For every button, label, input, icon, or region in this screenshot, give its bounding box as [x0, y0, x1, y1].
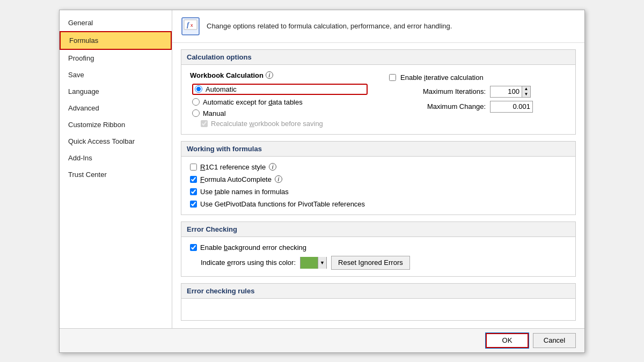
- spin-down[interactable]: ▼: [522, 92, 530, 97]
- error-checking-section: Error Checking Enable background error c…: [181, 221, 576, 277]
- svg-text:x: x: [191, 23, 193, 28]
- radio-auto-except-label[interactable]: Automatic except for data tables: [192, 98, 368, 106]
- max-iterations-input-group: ▲ ▼: [490, 86, 567, 98]
- spin-up[interactable]: ▲: [522, 86, 530, 92]
- sidebar-item-formulas[interactable]: Formulas: [60, 31, 172, 50]
- formula-autocomplete-checkbox[interactable]: [190, 176, 197, 183]
- color-picker-button[interactable]: ▼: [300, 257, 327, 269]
- content-area[interactable]: Calculation options Workbook Calculation…: [172, 43, 584, 328]
- sidebar: General Formulas Proofing Save Language …: [60, 10, 172, 328]
- formula-icon: f x: [181, 17, 200, 36]
- main-header: f x Change options related to formula ca…: [172, 10, 584, 43]
- enable-bg-label[interactable]: Enable background error checking: [190, 243, 306, 252]
- error-checking-title: Error Checking: [181, 222, 575, 237]
- calc-right: Enable iterative calculation Maximum Ite…: [389, 71, 567, 113]
- calculation-options-body: Workbook Calculation i Automatic: [181, 65, 575, 134]
- getpivotdata-label[interactable]: Use GetPivotData functions for PivotTabl…: [190, 200, 567, 208]
- sidebar-item-language[interactable]: Language: [60, 83, 172, 100]
- max-iterations-label: Maximum Iterations:: [389, 87, 486, 95]
- sidebar-item-save[interactable]: Save: [60, 67, 172, 83]
- excel-options-dialog: General Formulas Proofing Save Language …: [59, 10, 585, 353]
- radio-auto-except[interactable]: [192, 98, 200, 106]
- max-iterations-spinner[interactable]: ▲ ▼: [522, 86, 531, 98]
- max-change-input[interactable]: [490, 101, 533, 113]
- radio-automatic-label[interactable]: Automatic: [192, 84, 368, 95]
- working-with-formulas-title: Working with formulas: [181, 142, 575, 157]
- iterative-row: Enable iterative calculation: [389, 73, 567, 82]
- r1c1-info-icon[interactable]: i: [269, 163, 276, 171]
- formulas-checkbox-list: R1C1 reference style i Formula AutoCompl…: [190, 163, 567, 208]
- calculation-options-title: Calculation options: [181, 50, 575, 65]
- color-dropdown-arrow[interactable]: ▼: [318, 257, 326, 269]
- error-checking-rules-title: Error checking rules: [181, 284, 575, 299]
- ok-button[interactable]: OK: [486, 333, 529, 348]
- error-checking-rules-body: [181, 299, 575, 320]
- autocomplete-info-icon[interactable]: i: [275, 175, 282, 183]
- color-swatch: [301, 257, 318, 269]
- working-with-formulas-body: R1C1 reference style i Formula AutoCompl…: [181, 157, 575, 215]
- r1c1-checkbox[interactable]: [190, 164, 197, 171]
- radio-automatic[interactable]: [195, 85, 202, 93]
- workbook-calc-info-icon[interactable]: i: [266, 71, 273, 79]
- error-checking-rules-section: Error checking rules: [181, 283, 576, 321]
- radio-group: Automatic Automatic except for data tabl…: [192, 84, 368, 117]
- table-names-checkbox[interactable]: [190, 188, 197, 195]
- dialog-body: General Formulas Proofing Save Language …: [60, 10, 584, 328]
- sidebar-item-proofing[interactable]: Proofing: [60, 50, 172, 67]
- radio-manual[interactable]: [192, 109, 200, 117]
- cancel-button[interactable]: Cancel: [533, 333, 576, 348]
- header-description: Change options related to formula calcul…: [207, 22, 452, 30]
- enable-bg-row: Enable background error checking: [190, 243, 567, 252]
- calculation-options-section: Calculation options Workbook Calculation…: [181, 49, 576, 135]
- getpivotdata-checkbox[interactable]: [190, 201, 197, 208]
- sidebar-item-general[interactable]: General: [60, 14, 172, 31]
- recalc-checkbox[interactable]: [201, 120, 208, 127]
- enable-iterative-checkbox[interactable]: [389, 74, 396, 81]
- sidebar-item-customize-ribbon[interactable]: Customize Ribbon: [60, 116, 172, 133]
- sidebar-item-add-ins[interactable]: Add-Ins: [60, 150, 172, 166]
- enable-bg-checkbox[interactable]: [190, 244, 197, 251]
- indicate-errors-row: Indicate errors using this color: ▼ Rese…: [190, 256, 567, 270]
- sidebar-item-quick-access[interactable]: Quick Access Toolbar: [60, 133, 172, 150]
- iterations-grid: Maximum Iterations: ▲ ▼ Maximum Chang: [389, 86, 567, 113]
- max-change-label: Maximum Change:: [389, 102, 486, 110]
- calc-left: Workbook Calculation i Automatic: [190, 71, 368, 128]
- calc-row: Workbook Calculation i Automatic: [190, 71, 567, 128]
- workbook-calc-label: Workbook Calculation i: [190, 71, 368, 79]
- color-underline-bar: [302, 267, 317, 268]
- formula-autocomplete-label[interactable]: Formula AutoComplete i: [190, 175, 567, 183]
- recalc-row: Recalculate workbook before saving: [201, 120, 368, 128]
- reset-ignored-errors-button[interactable]: Reset Ignored Errors: [331, 256, 410, 270]
- table-names-label[interactable]: Use table names in formulas: [190, 188, 567, 196]
- max-iterations-input[interactable]: [490, 86, 522, 98]
- sidebar-item-advanced[interactable]: Advanced: [60, 100, 172, 116]
- dialog-footer: OK Cancel: [60, 328, 584, 352]
- sidebar-item-trust-center[interactable]: Trust Center: [60, 166, 172, 183]
- error-checking-body: Enable background error checking Indicat…: [181, 237, 575, 276]
- enable-iterative-label: Enable iterative calculation: [400, 73, 484, 82]
- working-with-formulas-section: Working with formulas R1C1 reference sty…: [181, 141, 576, 215]
- radio-manual-label[interactable]: Manual: [192, 109, 368, 117]
- main-content: f x Change options related to formula ca…: [172, 10, 584, 328]
- r1c1-label[interactable]: R1C1 reference style i: [190, 163, 567, 171]
